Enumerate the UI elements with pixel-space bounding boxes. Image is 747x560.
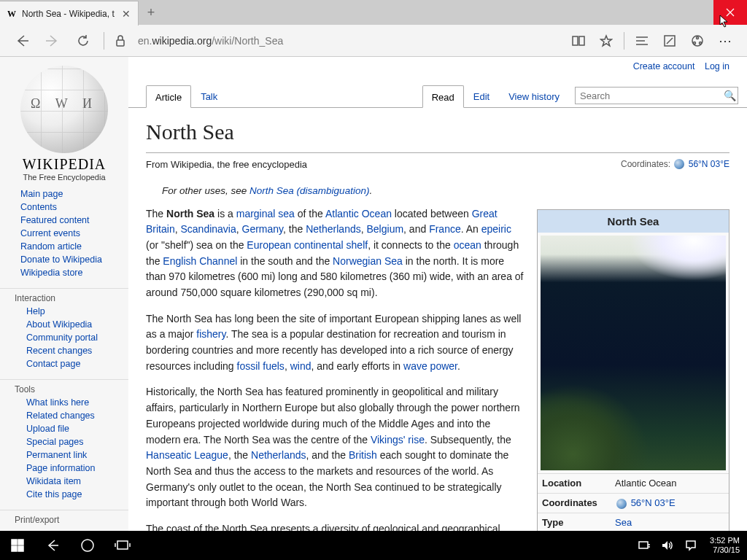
- coords-link[interactable]: 56°N 03°E: [689, 159, 729, 169]
- nav-main: Main pageContentsFeatured contentCurrent…: [0, 187, 128, 282]
- svg-rect-2: [579, 36, 584, 45]
- wiki-search[interactable]: 🔍: [575, 87, 738, 104]
- sidebar-link[interactable]: Current events: [20, 228, 80, 238]
- hatnote: For other uses, see North Sea (disambigu…: [146, 181, 729, 206]
- svg-rect-1: [573, 36, 578, 45]
- taskbar: 3:52 PM 7/30/15: [0, 531, 747, 560]
- sidebar-link[interactable]: Upload file: [26, 424, 69, 434]
- sidebar-link[interactable]: Recent changes: [26, 346, 92, 356]
- address-bar[interactable]: en.wikipedia.org/wiki/North_Sea: [133, 35, 561, 47]
- coords-top: Coordinates: 56°N 03°E: [621, 158, 729, 171]
- page-tab[interactable]: View history: [499, 85, 569, 107]
- create-account-link[interactable]: Create account: [633, 61, 695, 71]
- share-button[interactable]: [684, 28, 711, 54]
- sidebar-link[interactable]: About Wikipedia: [26, 319, 92, 330]
- svg-point-7: [700, 42, 702, 44]
- nav-interaction: HelpAbout WikipediaCommunity portalRecen…: [0, 305, 128, 373]
- sidebar-link[interactable]: Contact page: [26, 359, 80, 369]
- svg-point-6: [694, 42, 696, 44]
- window-titlebar: W North Sea - Wikipedia, t ✕ +: [0, 0, 747, 25]
- tab-close-button[interactable]: ✕: [120, 8, 132, 20]
- infobox-row: LocationAtlantic Ocean: [538, 473, 729, 493]
- cortana-button[interactable]: [70, 531, 105, 560]
- svg-rect-0: [117, 40, 124, 46]
- nav-tools: What links hereRelated changesUpload fil…: [0, 396, 128, 504]
- infobox-title: North Sea: [538, 210, 729, 233]
- window-close-button[interactable]: [713, 0, 747, 25]
- volume-icon[interactable]: [656, 531, 679, 560]
- infobox: North Sea LocationAtlantic OceanCoordina…: [537, 209, 729, 531]
- sidebar-link[interactable]: Special pages: [26, 437, 84, 447]
- page-tab[interactable]: Talk: [191, 85, 227, 107]
- task-view-button[interactable]: [105, 531, 140, 560]
- back-button[interactable]: [9, 28, 35, 54]
- svg-rect-10: [12, 546, 17, 551]
- action-center-icon[interactable]: [679, 531, 703, 560]
- svg-rect-14: [639, 542, 648, 548]
- back-task-button[interactable]: [35, 531, 70, 560]
- page-tab[interactable]: Article: [146, 85, 191, 108]
- account-links: Create account Log in: [626, 61, 729, 71]
- infobox-row: Coordinates 56°N 03°E: [538, 493, 729, 513]
- reading-view-button[interactable]: [565, 28, 592, 54]
- refresh-button[interactable]: [70, 28, 96, 54]
- svg-point-12: [82, 540, 93, 551]
- infobox-image[interactable]: [541, 236, 726, 470]
- page-tab[interactable]: Edit: [464, 85, 499, 107]
- sidebar-link[interactable]: Donate to Wikipedia: [20, 254, 102, 265]
- new-tab-button[interactable]: +: [139, 0, 163, 25]
- browser-tab[interactable]: W North Sea - Wikipedia, t ✕: [0, 1, 139, 26]
- sidebar-link[interactable]: Page information: [26, 463, 96, 473]
- sidebar-link[interactable]: Help: [26, 306, 45, 316]
- wiki-sidebar: WIKIPEDIA The Free Encyclopedia Main pag…: [0, 57, 128, 531]
- clock-date: 7/30/15: [710, 545, 740, 555]
- page-title: North Sea: [146, 115, 729, 153]
- tab-favicon: W: [7, 9, 18, 19]
- network-icon[interactable]: [632, 531, 656, 560]
- svg-rect-13: [117, 541, 128, 549]
- page-tab[interactable]: Read: [422, 85, 464, 108]
- login-link[interactable]: Log in: [705, 61, 729, 71]
- url-sub: en.: [138, 35, 152, 47]
- tab-title: North Sea - Wikipedia, t: [22, 9, 120, 19]
- url-host: wikipedia.org: [152, 35, 212, 47]
- mouse-cursor-icon: [719, 15, 729, 28]
- wiki-globe-icon: [20, 66, 108, 153]
- favorites-button[interactable]: [593, 28, 619, 54]
- sidebar-link[interactable]: What links here: [26, 397, 89, 408]
- svg-rect-8: [12, 540, 17, 545]
- url-path: /wiki/North_Sea: [212, 35, 283, 47]
- lock-icon: [112, 28, 129, 54]
- svg-rect-11: [18, 546, 23, 551]
- hatnote-link[interactable]: North Sea (disambiguation): [249, 185, 369, 196]
- nav-interaction-heading: Interaction: [0, 288, 128, 305]
- nav-print-heading: Print/export: [0, 510, 128, 526]
- sidebar-link[interactable]: Cite this page: [26, 489, 82, 499]
- search-input[interactable]: [576, 90, 721, 101]
- more-button[interactable]: ⋯: [712, 28, 738, 54]
- clock-time: 3:52 PM: [710, 536, 740, 545]
- sidebar-link[interactable]: Wikidata item: [26, 476, 81, 486]
- forward-button[interactable]: [39, 28, 66, 54]
- wiki-logo[interactable]: WIKIPEDIA The Free Encyclopedia: [0, 66, 128, 187]
- sidebar-link[interactable]: Random article: [20, 241, 82, 252]
- sidebar-link[interactable]: Featured content: [20, 215, 90, 225]
- sidebar-link[interactable]: Related changes: [26, 411, 95, 421]
- wiki-logo-sub: The Free Encyclopedia: [0, 173, 128, 182]
- wiki-logo-text: WIKIPEDIA: [0, 156, 128, 173]
- browser-toolbar: en.wikipedia.org/wiki/North_Sea ⋯: [0, 25, 747, 57]
- hub-button[interactable]: [629, 28, 655, 54]
- search-icon[interactable]: 🔍: [721, 90, 738, 101]
- sidebar-link[interactable]: Permanent link: [26, 450, 87, 460]
- start-button[interactable]: [0, 531, 35, 560]
- sidebar-link[interactable]: Main page: [20, 189, 63, 199]
- sidebar-link[interactable]: Contents: [20, 202, 57, 212]
- svg-point-5: [697, 36, 699, 39]
- sidebar-link[interactable]: Community portal: [26, 332, 98, 343]
- sidebar-link[interactable]: Wikipedia store: [20, 268, 82, 278]
- svg-rect-9: [18, 540, 23, 545]
- taskbar-clock[interactable]: 3:52 PM 7/30/15: [703, 536, 747, 555]
- nav-tools-heading: Tools: [0, 379, 128, 396]
- webnote-button[interactable]: [657, 28, 683, 54]
- globe-icon: [674, 159, 684, 169]
